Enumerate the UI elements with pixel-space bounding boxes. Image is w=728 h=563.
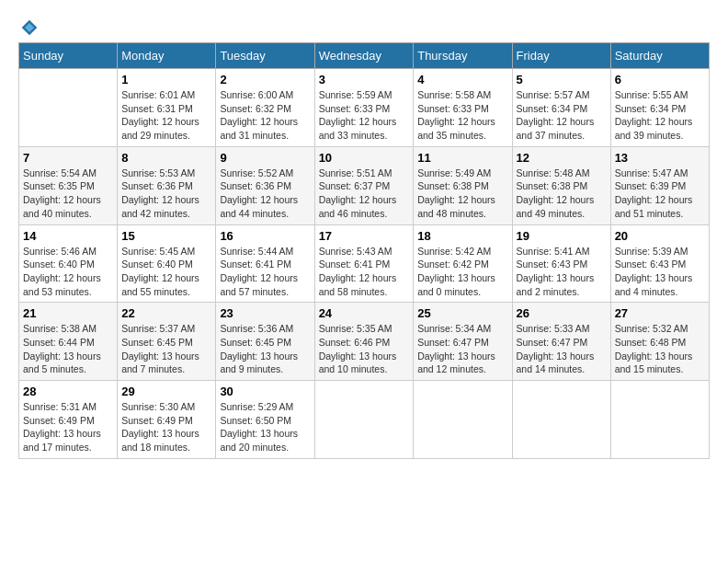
calendar-cell: 21Sunrise: 5:38 AMSunset: 6:44 PMDayligh… [19,303,118,381]
day-info: Sunrise: 5:51 AMSunset: 6:37 PMDaylight:… [319,167,410,221]
calendar-week-row: 14Sunrise: 5:46 AMSunset: 6:40 PMDayligh… [19,224,710,303]
column-header-friday: Friday [512,43,610,69]
day-number: 15 [121,229,211,243]
day-info: Sunrise: 5:49 AMSunset: 6:38 PMDaylight:… [417,167,507,221]
day-number: 7 [23,151,113,165]
day-info: Sunrise: 5:43 AMSunset: 6:41 PMDaylight:… [319,245,410,299]
column-header-thursday: Thursday [414,43,512,69]
column-header-saturday: Saturday [610,43,709,69]
day-info: Sunrise: 5:30 AMSunset: 6:49 PMDaylight:… [121,400,211,454]
day-info: Sunrise: 5:29 AMSunset: 6:50 PMDaylight:… [220,400,310,454]
calendar-cell: 25Sunrise: 5:34 AMSunset: 6:47 PMDayligh… [414,303,512,381]
day-number: 19 [517,229,607,243]
day-number: 23 [220,306,310,320]
day-number: 27 [615,306,705,320]
day-info: Sunrise: 5:58 AMSunset: 6:33 PMDaylight:… [417,88,507,143]
column-header-tuesday: Tuesday [216,43,314,69]
day-info: Sunrise: 5:55 AMSunset: 6:34 PMDaylight:… [615,88,705,143]
calendar-cell: 26Sunrise: 5:33 AMSunset: 6:47 PMDayligh… [512,303,610,381]
calendar-header-row: SundayMondayTuesdayWednesdayThursdayFrid… [19,43,710,69]
calendar-cell: 18Sunrise: 5:42 AMSunset: 6:42 PMDayligh… [414,224,512,303]
calendar-cell: 16Sunrise: 5:44 AMSunset: 6:41 PMDayligh… [216,224,314,303]
day-number: 9 [220,151,310,165]
day-info: Sunrise: 5:35 AMSunset: 6:46 PMDaylight:… [319,322,410,376]
day-info: Sunrise: 5:39 AMSunset: 6:43 PMDaylight:… [615,245,705,299]
calendar-cell: 23Sunrise: 5:36 AMSunset: 6:45 PMDayligh… [216,303,314,381]
day-info: Sunrise: 5:31 AMSunset: 6:49 PMDaylight:… [23,400,113,454]
calendar-cell: 14Sunrise: 5:46 AMSunset: 6:40 PMDayligh… [19,224,118,303]
calendar-cell: 27Sunrise: 5:32 AMSunset: 6:48 PMDayligh… [610,303,709,381]
day-info: Sunrise: 5:38 AMSunset: 6:44 PMDaylight:… [23,322,113,376]
day-info: Sunrise: 5:48 AMSunset: 6:38 PMDaylight:… [517,167,607,221]
day-number: 21 [23,306,113,320]
calendar-cell [19,69,118,147]
day-number: 13 [615,151,705,165]
calendar-table: SundayMondayTuesdayWednesdayThursdayFrid… [18,42,710,459]
page-header [18,18,710,33]
day-number: 30 [220,385,310,398]
day-number: 18 [417,229,507,243]
day-info: Sunrise: 6:00 AMSunset: 6:32 PMDaylight:… [220,88,310,143]
calendar-cell [610,381,709,459]
day-info: Sunrise: 5:47 AMSunset: 6:39 PMDaylight:… [615,167,705,221]
day-number: 25 [417,306,507,320]
day-info: Sunrise: 5:53 AMSunset: 6:36 PMDaylight:… [121,167,211,221]
calendar-week-row: 28Sunrise: 5:31 AMSunset: 6:49 PMDayligh… [19,381,710,459]
calendar-cell [314,381,414,459]
day-number: 14 [23,229,113,243]
day-info: Sunrise: 5:45 AMSunset: 6:40 PMDaylight:… [121,245,211,299]
calendar-cell: 4Sunrise: 5:58 AMSunset: 6:33 PMDaylight… [414,69,512,147]
calendar-cell: 24Sunrise: 5:35 AMSunset: 6:46 PMDayligh… [314,303,414,381]
calendar-cell: 29Sunrise: 5:30 AMSunset: 6:49 PMDayligh… [118,381,216,459]
day-number: 28 [23,385,113,398]
calendar-cell: 28Sunrise: 5:31 AMSunset: 6:49 PMDayligh… [19,381,118,459]
day-number: 11 [417,151,507,165]
calendar-cell [512,381,610,459]
day-info: Sunrise: 5:59 AMSunset: 6:33 PMDaylight:… [319,88,410,143]
day-number: 3 [319,73,410,86]
day-info: Sunrise: 5:37 AMSunset: 6:45 PMDaylight:… [121,322,211,376]
day-number: 2 [220,73,310,86]
day-number: 1 [121,73,211,86]
calendar-cell: 10Sunrise: 5:51 AMSunset: 6:37 PMDayligh… [314,146,414,224]
column-header-sunday: Sunday [19,43,118,69]
day-number: 12 [517,151,607,165]
day-number: 26 [517,306,607,320]
calendar-cell: 6Sunrise: 5:55 AMSunset: 6:34 PMDaylight… [610,69,709,147]
day-info: Sunrise: 5:34 AMSunset: 6:47 PMDaylight:… [417,322,507,376]
calendar-cell: 5Sunrise: 5:57 AMSunset: 6:34 PMDaylight… [512,69,610,147]
day-info: Sunrise: 5:32 AMSunset: 6:48 PMDaylight:… [615,322,705,376]
calendar-cell: 17Sunrise: 5:43 AMSunset: 6:41 PMDayligh… [314,224,414,303]
calendar-cell: 22Sunrise: 5:37 AMSunset: 6:45 PMDayligh… [118,303,216,381]
calendar-week-row: 7Sunrise: 5:54 AMSunset: 6:35 PMDaylight… [19,146,710,224]
day-number: 17 [319,229,410,243]
day-info: Sunrise: 6:01 AMSunset: 6:31 PMDaylight:… [121,88,211,143]
calendar-week-row: 1Sunrise: 6:01 AMSunset: 6:31 PMDaylight… [19,69,710,147]
calendar-cell: 2Sunrise: 6:00 AMSunset: 6:32 PMDaylight… [216,69,314,147]
day-number: 4 [417,73,507,86]
day-number: 20 [615,229,705,243]
day-info: Sunrise: 5:54 AMSunset: 6:35 PMDaylight:… [23,167,113,221]
calendar-week-row: 21Sunrise: 5:38 AMSunset: 6:44 PMDayligh… [19,303,710,381]
calendar-cell: 7Sunrise: 5:54 AMSunset: 6:35 PMDaylight… [19,146,118,224]
day-number: 16 [220,229,310,243]
day-info: Sunrise: 5:52 AMSunset: 6:36 PMDaylight:… [220,167,310,221]
calendar-cell: 30Sunrise: 5:29 AMSunset: 6:50 PMDayligh… [216,381,314,459]
day-info: Sunrise: 5:33 AMSunset: 6:47 PMDaylight:… [517,322,607,376]
calendar-cell: 20Sunrise: 5:39 AMSunset: 6:43 PMDayligh… [610,224,709,303]
day-number: 24 [319,306,410,320]
day-info: Sunrise: 5:46 AMSunset: 6:40 PMDaylight:… [23,245,113,299]
calendar-cell: 15Sunrise: 5:45 AMSunset: 6:40 PMDayligh… [118,224,216,303]
calendar-cell: 9Sunrise: 5:52 AMSunset: 6:36 PMDaylight… [216,146,314,224]
logo-icon [20,18,39,37]
day-info: Sunrise: 5:36 AMSunset: 6:45 PMDaylight:… [220,322,310,376]
day-number: 22 [121,306,211,320]
day-number: 8 [121,151,211,165]
day-info: Sunrise: 5:41 AMSunset: 6:43 PMDaylight:… [517,245,607,299]
day-number: 10 [319,151,410,165]
calendar-cell: 1Sunrise: 6:01 AMSunset: 6:31 PMDaylight… [118,69,216,147]
day-info: Sunrise: 5:57 AMSunset: 6:34 PMDaylight:… [517,88,607,143]
calendar-cell: 12Sunrise: 5:48 AMSunset: 6:38 PMDayligh… [512,146,610,224]
day-number: 29 [121,385,211,398]
calendar-cell: 3Sunrise: 5:59 AMSunset: 6:33 PMDaylight… [314,69,414,147]
